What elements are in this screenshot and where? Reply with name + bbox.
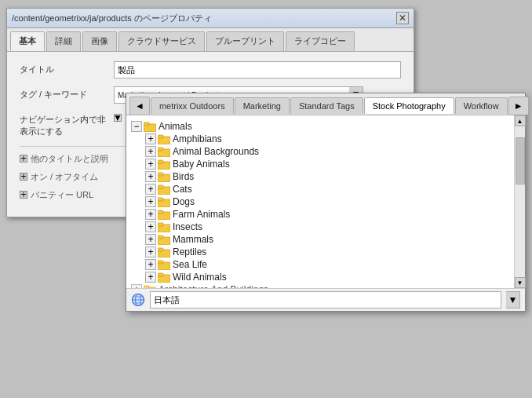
picker-fwd-button[interactable]: ► xyxy=(508,97,529,115)
nav-label: ナビゲーション内で非表示にする xyxy=(20,111,114,138)
scroll-down-button[interactable]: ▼ xyxy=(515,277,526,288)
reptiles-expander[interactable]: + xyxy=(145,246,156,257)
dropdown-arrow: ▼ xyxy=(508,294,518,305)
svg-rect-19 xyxy=(158,236,163,239)
folder-icon-farm xyxy=(158,210,170,220)
animals-expander[interactable]: − xyxy=(131,121,142,132)
tree-item-mammals[interactable]: + Mammals xyxy=(144,233,511,246)
tree-item-baby-animals[interactable]: + Baby Animals xyxy=(144,158,511,170)
folder-icon-cats xyxy=(158,184,170,195)
tree-item-farm-animals[interactable]: + Farm Animals xyxy=(144,208,511,221)
animals-label: Animals xyxy=(159,121,192,132)
tree-item-birds[interactable]: + Birds xyxy=(144,170,511,183)
other-titles-expander[interactable]: + xyxy=(20,155,27,162)
tab-image[interactable]: 画像 xyxy=(82,31,117,51)
folder-icon-animals xyxy=(144,122,156,132)
arch-expander[interactable]: + xyxy=(131,284,142,288)
svg-rect-3 xyxy=(158,135,163,138)
onoff-expander[interactable]: + xyxy=(20,173,27,181)
tree-item-amphibians[interactable]: + Amphibians xyxy=(144,133,511,145)
picker-tab-stock[interactable]: Stock Photography xyxy=(364,97,454,114)
svg-rect-27 xyxy=(144,286,149,289)
cats-label: Cats xyxy=(173,184,192,195)
baby-animals-label: Baby Animals xyxy=(173,159,230,170)
dogs-expander[interactable]: + xyxy=(145,196,156,207)
cats-expander[interactable]: + xyxy=(145,184,156,195)
birds-label: Birds xyxy=(173,171,194,182)
mammals-label: Mammals xyxy=(173,234,213,245)
folder-icon-mammals xyxy=(158,235,170,245)
globe-icon xyxy=(131,293,145,307)
tree-item-architecture[interactable]: + Architecture And Buildings xyxy=(129,283,511,288)
close-icon: ✕ xyxy=(399,13,406,24)
dialog-title: /content/geometrixx/ja/products のページプロパテ… xyxy=(12,13,212,24)
amphibians-label: Amphibians xyxy=(173,133,222,144)
tree-item-insects[interactable]: + Insects xyxy=(144,221,511,233)
language-input[interactable] xyxy=(150,291,501,309)
picker-back-button[interactable]: ◄ xyxy=(129,97,150,115)
title-label: タイトル xyxy=(20,61,114,75)
tab-cloud[interactable]: クラウドサービス xyxy=(118,31,205,51)
tab-blueprint[interactable]: ブループリント xyxy=(206,31,284,51)
picker-tab-metrixx[interactable]: metrixx Outdoors xyxy=(151,97,234,114)
tab-livecopy[interactable]: ライブコピー xyxy=(286,31,355,51)
scroll-thumb[interactable] xyxy=(516,137,525,184)
tree-item-animal-backgrounds[interactable]: + Animal Backgrounds xyxy=(144,145,511,158)
tab-basic[interactable]: 基本 xyxy=(10,31,45,51)
scrollbar-track[interactable]: ▲ ▼ xyxy=(514,115,525,288)
expand-icon: + xyxy=(20,153,26,164)
title-input[interactable] xyxy=(114,61,401,79)
folder-icon-birds xyxy=(158,172,170,182)
minus-icon: − xyxy=(133,121,139,132)
wild-expander[interactable]: + xyxy=(145,272,156,283)
svg-rect-7 xyxy=(158,160,163,163)
svg-rect-17 xyxy=(158,223,163,226)
title-row: タイトル xyxy=(20,61,401,79)
folder-icon-baby xyxy=(158,159,170,170)
other-titles-label: 他のタイトルと説明 xyxy=(31,153,108,165)
mammals-expander[interactable]: + xyxy=(145,234,156,245)
insects-expander[interactable]: + xyxy=(145,221,156,232)
tree-item-animals[interactable]: − Animals xyxy=(129,120,511,133)
sealife-expander[interactable]: + xyxy=(145,259,156,270)
amphibians-expander[interactable]: + xyxy=(145,133,156,144)
picker-tab-workflow[interactable]: Workflow xyxy=(455,97,508,114)
dogs-label: Dogs xyxy=(173,196,195,207)
scroll-up-button[interactable]: ▲ xyxy=(515,115,526,126)
svg-rect-25 xyxy=(158,273,163,276)
picker-tab-standard[interactable]: Standard Tags xyxy=(290,97,363,114)
svg-rect-1 xyxy=(144,122,149,126)
baby-expander[interactable]: + xyxy=(145,159,156,170)
expand-icon2: + xyxy=(20,171,26,182)
back-icon: ◄ xyxy=(135,100,144,111)
tree-item-sea-life[interactable]: + Sea Life xyxy=(144,258,511,271)
tree-item-cats[interactable]: + Cats xyxy=(144,183,511,195)
folder-icon-dogs xyxy=(158,197,170,207)
picker-tabs: ◄ metrixx Outdoors Marketing Standard Ta… xyxy=(126,93,525,115)
picker-content: − Animals + xyxy=(126,115,525,288)
animbg-expander[interactable]: + xyxy=(145,146,156,157)
nav-toggle[interactable]: ▼ xyxy=(114,114,122,122)
picker-tree[interactable]: − Animals + xyxy=(126,115,514,288)
fwd-icon: ► xyxy=(514,100,523,111)
birds-expander[interactable]: + xyxy=(145,171,156,182)
svg-rect-9 xyxy=(158,173,163,176)
tag-picker-popup: ◄ metrixx Outdoors Marketing Standard Ta… xyxy=(126,93,526,312)
close-button[interactable]: ✕ xyxy=(396,12,409,24)
folder-icon-wild xyxy=(158,272,170,283)
sea-life-label: Sea Life xyxy=(173,259,207,270)
farm-expander[interactable]: + xyxy=(145,209,156,220)
language-dropdown[interactable]: ▼ xyxy=(506,291,520,309)
picker-tab-marketing[interactable]: Marketing xyxy=(235,97,290,114)
svg-rect-21 xyxy=(158,248,163,251)
folder-icon-animbg xyxy=(158,147,170,157)
tree-item-dogs[interactable]: + Dogs xyxy=(144,195,511,208)
onoff-label: オン / オフタイム xyxy=(31,171,98,183)
svg-rect-5 xyxy=(158,148,163,151)
animals-children: + Amphibians + xyxy=(129,133,511,283)
vanity-expander[interactable]: + xyxy=(20,191,27,199)
tree-item-reptiles[interactable]: + Reptiles xyxy=(144,246,511,258)
expand-icon3: + xyxy=(20,189,26,200)
tab-detail[interactable]: 詳細 xyxy=(46,31,81,51)
tree-item-wild-animals[interactable]: + Wild Animals xyxy=(144,271,511,283)
